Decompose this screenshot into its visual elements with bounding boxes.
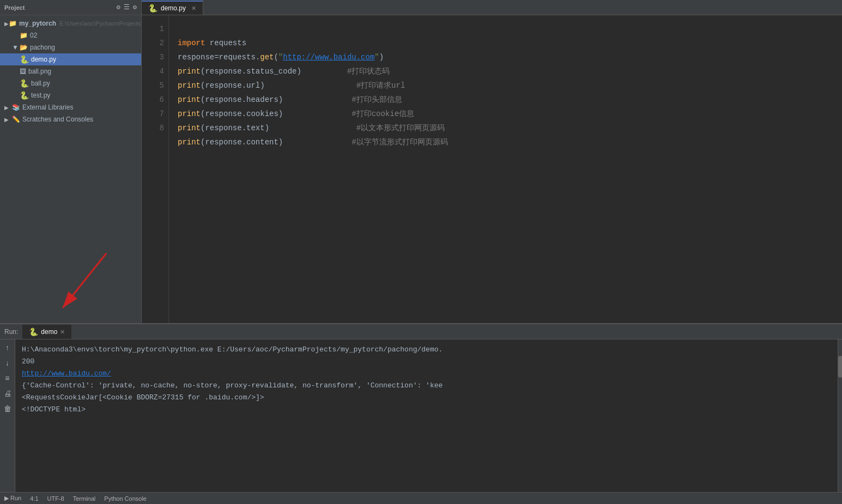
- tab-demo-py[interactable]: 🐍 demo.py ✕: [142, 1, 203, 15]
- console-line-5: <RequestsCookieJar[<Cookie BDORZ=27315 f…: [22, 393, 264, 402]
- tab-demo-run[interactable]: 🐍 demo ✕: [22, 325, 71, 339]
- line-1: import requests: [178, 39, 246, 47]
- gear-icon[interactable]: ⚙: [133, 3, 137, 11]
- bottom-content: ↑ ↓ ≡ 🖨 🗑 H:\Anaconda3\envs\torch\my_pyt…: [0, 339, 842, 492]
- scroll-down-btn[interactable]: ↓: [2, 358, 13, 369]
- tree-label-demo-py: demo.py: [31, 56, 56, 63]
- line-3: print(response.status_code) #打印状态码: [178, 67, 390, 76]
- tab-python-icon: 🐍: [148, 4, 158, 13]
- sidebar-title: Project: [4, 4, 25, 11]
- tab-bar: 🐍 demo.py ✕: [142, 0, 842, 15]
- folder-icon: 📁: [9, 20, 17, 27]
- file-tree: ▶ 📁 my_pytorch E:\Users\aoc\PycharmProje…: [0, 15, 141, 323]
- tab-close-icon[interactable]: ✕: [191, 5, 196, 12]
- tree-label-scratches: Scratches and Consoles: [22, 116, 93, 123]
- sidebar-icons: ⚙ ☰ ⚙: [117, 3, 137, 11]
- tree-label-pachong: pachong: [30, 44, 55, 51]
- sidebar: Project ⚙ ☰ ⚙ ▶ 📁 my_pytorch E:\Users\ao…: [0, 0, 142, 323]
- line-7: print(response.text) #以文本形式打印网页源码: [178, 124, 445, 132]
- status-bar: ▶ Run 4:1 UTF-8 Terminal Python Console: [0, 492, 842, 504]
- status-terminal[interactable]: Terminal: [73, 495, 96, 502]
- tree-item-pachong[interactable]: ▼ 📂 pachong: [0, 41, 141, 53]
- png-icon-ball: 🖼: [20, 68, 26, 75]
- line-2: response=requests.get("http://www.baidu.…: [178, 53, 384, 62]
- line-6: print(response.cookies) #打印cookie信息: [178, 110, 414, 118]
- line-4: print(response.url) #打印请求url: [178, 81, 405, 90]
- editor-area: 🐍 demo.py ✕ 1 2 3 4 5 6 7 8 import reque…: [142, 0, 842, 323]
- python-icon-ball: 🐍: [20, 79, 29, 88]
- run-tab-label: demo: [41, 328, 57, 336]
- folder-open-icon-pachong: 📂: [20, 44, 28, 51]
- tab-label-demo-py: demo.py: [161, 4, 186, 12]
- tree-label-ext-lib: External Libraries: [22, 104, 73, 111]
- status-run: ▶ Run: [4, 495, 21, 502]
- scratch-icon: ✏️: [12, 116, 20, 123]
- tree-item-my_pytorch[interactable]: ▶ 📁 my_pytorch E:\Users\aoc\PycharmProje…: [0, 17, 141, 29]
- status-encoding: UTF-8: [47, 495, 64, 502]
- tree-item-02[interactable]: 📁 02: [0, 29, 141, 41]
- line-num-2: 2: [142, 36, 164, 50]
- align-btn[interactable]: ≡: [2, 373, 13, 384]
- print-btn[interactable]: 🖨: [2, 388, 13, 399]
- tree-label-ball-png: ball.png: [28, 68, 51, 75]
- clear-btn[interactable]: 🗑: [2, 404, 13, 415]
- tree-path-my_pytorch: E:\Users\aoc\PycharmProjects\my_pytorch: [59, 20, 141, 27]
- line-num-4: 4: [142, 64, 164, 78]
- arrow-scratches: ▶: [4, 117, 12, 123]
- tree-item-external-libraries[interactable]: ▶ 📚 External Libraries: [0, 101, 141, 113]
- tree-item-ball-py[interactable]: 🐍 ball.py: [0, 77, 141, 89]
- console-url[interactable]: http://www.baidu.com/: [22, 369, 111, 378]
- code-content[interactable]: import requests response=requests.get("h…: [169, 15, 842, 323]
- arrow-my_pytorch: ▶: [4, 21, 9, 27]
- console-line-4: {'Cache-Control': 'private, no-cache, no…: [22, 381, 443, 390]
- tree-item-test-py[interactable]: 🐍 test.py: [0, 89, 141, 101]
- folder-icon-02: 📁: [20, 32, 28, 39]
- scroll-up-btn[interactable]: ↑: [2, 343, 13, 354]
- arrow-ext-lib: ▶: [4, 105, 12, 111]
- console-output[interactable]: H:\Anaconda3\envs\torch\my_pytorch\pytho…: [15, 339, 838, 492]
- console-line-2: 200: [22, 357, 34, 366]
- run-tab-icon: 🐍: [29, 327, 38, 336]
- line-num-7: 7: [142, 107, 164, 121]
- layout-icon[interactable]: ☰: [124, 3, 130, 11]
- bottom-panel: Run: 🐍 demo ✕ ↑ ↓ ≡ 🖨 🗑 H:\Anaconda3\env…: [0, 323, 842, 492]
- tree-item-scratches[interactable]: ▶ ✏️ Scratches and Consoles: [0, 113, 141, 125]
- console-sidebar: ↑ ↓ ≡ 🖨 🗑: [0, 339, 15, 492]
- line-num-1: 1: [142, 22, 164, 36]
- line-5: print(response.headers) #打印头部信息: [178, 95, 402, 104]
- python-icon-demo: 🐍: [20, 55, 29, 64]
- tree-label-test-py: test.py: [31, 92, 50, 99]
- tree-item-demo-py[interactable]: 🐍 demo.py: [0, 53, 141, 65]
- line-num-8: 8: [142, 121, 164, 135]
- sidebar-header: Project ⚙ ☰ ⚙: [0, 0, 141, 15]
- tree-label-my_pytorch: my_pytorch: [19, 20, 56, 27]
- tree-label-ball-py: ball.py: [31, 80, 50, 87]
- line-8: print(response.content) #以字节流形式打印网页源码: [178, 138, 448, 147]
- run-tab-close[interactable]: ✕: [60, 329, 65, 336]
- line-num-3: 3: [142, 50, 164, 64]
- tree-item-ball-png[interactable]: 🖼 ball.png: [0, 65, 141, 77]
- console-line-6: <!DOCTYPE html>: [22, 405, 86, 414]
- console-line-3: http://www.baidu.com/: [22, 369, 111, 378]
- tree-label-02: 02: [30, 32, 37, 39]
- status-line-col: 4:1: [30, 495, 38, 502]
- bottom-tab-bar: Run: 🐍 demo ✕: [0, 324, 842, 339]
- line-num-5: 5: [142, 78, 164, 93]
- line-num-6: 6: [142, 93, 164, 107]
- code-editor: 1 2 3 4 5 6 7 8 import requests response…: [142, 15, 842, 323]
- scrollbar-thumb[interactable]: [838, 356, 842, 378]
- console-line-1: H:\Anaconda3\envs\torch\my_pytorch\pytho…: [22, 345, 443, 354]
- python-icon-test: 🐍: [20, 91, 29, 100]
- console-scrollbar[interactable]: [838, 339, 842, 492]
- settings-icon[interactable]: ⚙: [117, 3, 120, 11]
- run-label: Run:: [0, 325, 22, 339]
- line-numbers: 1 2 3 4 5 6 7 8: [142, 15, 169, 323]
- ext-lib-icon: 📚: [12, 104, 20, 111]
- status-python-console[interactable]: Python Console: [104, 495, 147, 502]
